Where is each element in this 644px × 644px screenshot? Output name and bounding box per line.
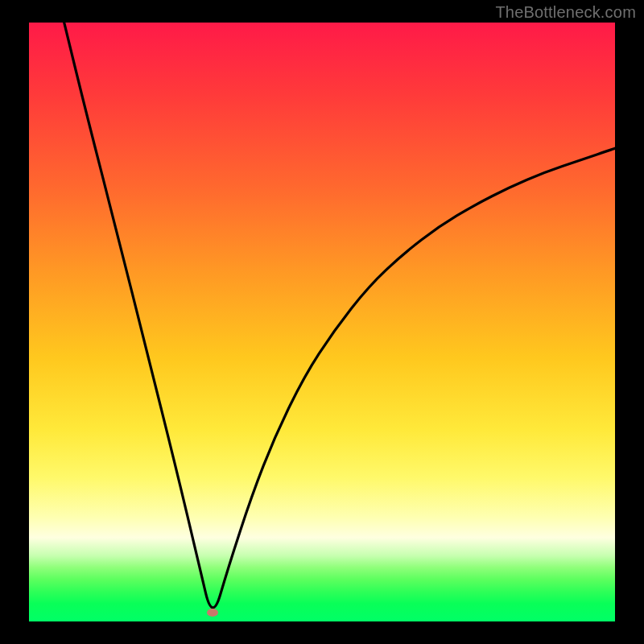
optimum-marker bbox=[207, 609, 218, 617]
plot-area bbox=[29, 23, 615, 621]
chart-frame: TheBottleneck.com bbox=[0, 0, 644, 644]
bottleneck-curve bbox=[29, 23, 615, 621]
watermark-text: TheBottleneck.com bbox=[495, 3, 636, 22]
